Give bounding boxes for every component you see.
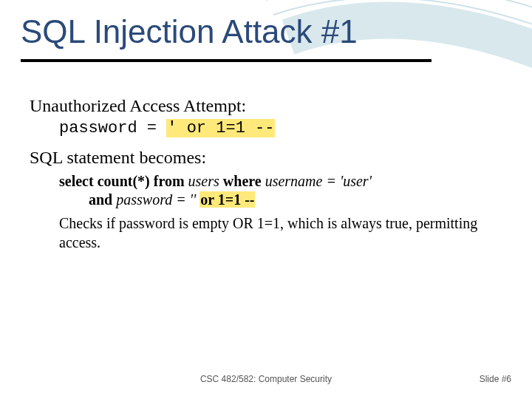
sql-kw-where: where: [223, 173, 265, 189]
footer-course: CSC 482/582: Computer Security: [0, 374, 532, 384]
slide-title: SQL Injection Attack #1: [21, 13, 358, 50]
sql-tbl-users: users: [188, 173, 223, 189]
footer-slide-number: Slide #6: [480, 374, 511, 384]
sql-kw-select: select count(*) from: [59, 173, 188, 189]
sql-cond-pass: password = '': [116, 191, 200, 208]
sql-cond-user: username = 'user': [265, 173, 372, 189]
section2-heading: SQL statement becomes:: [30, 148, 502, 168]
injection-highlight-1: ' or 1=1 --: [166, 119, 275, 137]
section1-heading: Unauthorized Access Attempt:: [30, 96, 502, 116]
slide-body: Unauthorized Access Attempt: password = …: [30, 96, 502, 252]
title-underline: [21, 59, 432, 62]
explanation-text: Checks if password is empty OR 1=1, whic…: [59, 214, 502, 252]
code-prefix: password =: [59, 119, 166, 137]
sql-statement: select count(*) from users where usernam…: [59, 172, 502, 209]
password-code-line: password = ' or 1=1 --: [59, 119, 502, 137]
injection-highlight-2: or 1=1 --: [200, 191, 255, 208]
sql-kw-and: and: [89, 191, 116, 208]
